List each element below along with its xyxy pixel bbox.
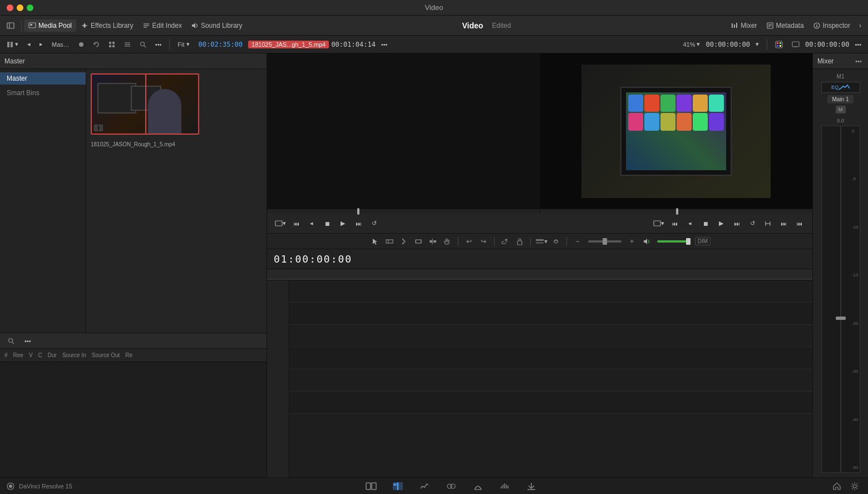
prog-viewer-btn[interactable]: ▾ xyxy=(652,217,665,230)
grid-view-btn[interactable] xyxy=(105,40,119,49)
prog-loop-btn[interactable]: ↺ xyxy=(746,217,759,230)
track-labels xyxy=(267,280,289,477)
scrubber-handle-right[interactable] xyxy=(676,208,678,215)
more-right[interactable]: ••• xyxy=(851,40,865,49)
metadata-button[interactable]: Metadata xyxy=(762,19,808,32)
loop-btn[interactable]: ↺ xyxy=(367,217,381,230)
fairlight-page-btn[interactable] xyxy=(498,480,511,493)
prog-play-btn[interactable]: ▶ xyxy=(714,217,728,230)
mixer-button[interactable]: Mixer xyxy=(726,19,761,32)
tool-separator2 xyxy=(494,237,495,246)
mixer-options-btn[interactable]: ••• xyxy=(854,56,864,66)
timecode-2: 00:01:04:14 xyxy=(331,41,375,48)
effects-library-button[interactable]: Effects Library xyxy=(76,19,137,32)
timecode3-options[interactable]: ▾ xyxy=(752,39,762,49)
trim-tool[interactable] xyxy=(383,235,396,248)
redo-btn[interactable]: ↪ xyxy=(477,235,490,248)
home-btn[interactable] xyxy=(830,480,844,493)
layout-toggle[interactable]: ▾ xyxy=(3,39,22,49)
deliver-page-btn[interactable] xyxy=(525,480,538,493)
monitor-btn[interactable] xyxy=(788,39,803,50)
volume-slider[interactable] xyxy=(657,240,691,243)
record-icon xyxy=(78,42,84,47)
in-out-btn[interactable] xyxy=(761,217,775,230)
minimize-button[interactable] xyxy=(17,4,23,11)
zoom-select[interactable]: 41% ▾ xyxy=(679,39,703,49)
lock-btn[interactable] xyxy=(514,235,526,248)
select-tool[interactable] xyxy=(369,235,381,248)
zoom-handle[interactable] xyxy=(603,238,607,245)
edit-index-button[interactable]: Edit Index xyxy=(138,19,186,32)
scrubber-handle-left[interactable] xyxy=(357,208,359,215)
mixer-m-btn[interactable]: M xyxy=(836,106,846,113)
back-button[interactable]: ◂ xyxy=(24,39,34,49)
scrubber-left[interactable] xyxy=(267,209,540,214)
prog-go-end-btn[interactable]: ⏭ xyxy=(730,217,743,230)
minus-btn[interactable]: − xyxy=(571,235,584,248)
media-thumbnail[interactable] xyxy=(91,73,199,135)
prog-go-start-btn[interactable]: ⏮ xyxy=(668,217,681,230)
scrubber-right[interactable] xyxy=(540,209,813,214)
color-page-btn[interactable] xyxy=(471,480,485,493)
color-btn[interactable] xyxy=(772,39,786,50)
svg-rect-66 xyxy=(372,483,376,490)
bin-select[interactable]: Mas… xyxy=(48,40,73,49)
media-page-btn[interactable] xyxy=(364,480,378,493)
tree-item-master[interactable]: Master xyxy=(0,72,86,85)
volume-handle[interactable] xyxy=(686,238,691,245)
track-sel[interactable]: ▾ xyxy=(535,235,548,248)
edit-search[interactable] xyxy=(4,337,18,345)
prev-edit-btn[interactable]: ⏮ xyxy=(792,217,806,230)
edit-options[interactable]: ••• xyxy=(21,337,34,345)
fader-handle[interactable] xyxy=(836,317,846,320)
step-back-btn[interactable]: ◂ xyxy=(305,217,318,230)
stop-btn[interactable]: ⏹ xyxy=(320,217,334,230)
sync-btn[interactable] xyxy=(90,40,103,49)
cut-page-btn[interactable] xyxy=(391,480,405,493)
forward-button[interactable]: ▸ xyxy=(36,39,46,49)
hand-tool[interactable] xyxy=(441,235,453,248)
zoom-slider[interactable] xyxy=(588,240,622,243)
media-pool-button[interactable]: Media Pool xyxy=(24,19,76,32)
maximize-button[interactable] xyxy=(27,4,33,11)
settings-btn[interactable] xyxy=(848,480,861,493)
prog-stop-btn[interactable]: ⏹ xyxy=(699,217,712,230)
search-btn[interactable] xyxy=(136,40,150,49)
go-to-end-btn[interactable]: ⏭ xyxy=(352,217,365,230)
prog-step-back-btn[interactable]: ◂ xyxy=(683,217,697,230)
speaker-btn[interactable] xyxy=(640,235,653,248)
mixer-fader[interactable]: 0 -5 -10 -15 -20 -30 -40 -50 xyxy=(821,126,860,473)
slip-tool[interactable] xyxy=(412,235,425,248)
app-icon xyxy=(677,113,692,131)
dynamic-trim-tool[interactable] xyxy=(427,235,439,248)
edit-page-btn[interactable] xyxy=(418,480,431,493)
fit-select[interactable]: Fit ▾ xyxy=(174,39,193,49)
timeline-ruler[interactable] xyxy=(267,269,812,280)
ripple-btn[interactable] xyxy=(550,235,562,248)
sidebar-icon xyxy=(7,22,14,29)
viewer-type-btn[interactable]: ▾ xyxy=(274,217,287,230)
dim-button[interactable]: DIM xyxy=(695,237,711,245)
go-to-start-btn[interactable]: ⏮ xyxy=(289,217,303,230)
close-button[interactable] xyxy=(7,4,13,11)
play-btn[interactable]: ▶ xyxy=(336,217,349,230)
record-btn[interactable] xyxy=(75,41,87,48)
plus-btn[interactable]: + xyxy=(626,235,638,248)
link-btn[interactable] xyxy=(499,235,511,248)
razor-tool[interactable] xyxy=(398,235,410,248)
timecode-options[interactable]: ••• xyxy=(378,40,391,49)
sound-library-button[interactable]: Sound Library xyxy=(186,19,247,32)
mixer-label: Mixer xyxy=(817,57,834,65)
fusion-page-btn[interactable] xyxy=(445,480,458,493)
list-view-btn[interactable] xyxy=(121,40,134,49)
more-button[interactable]: › xyxy=(855,19,866,32)
sidebar-toggle[interactable] xyxy=(2,19,19,32)
column-headers: # Ree V C Dur Source In Source Out Re xyxy=(0,349,267,362)
inspector-button[interactable]: Inspector xyxy=(808,19,855,32)
svg-rect-3 xyxy=(30,24,32,26)
mixer-eq-btn[interactable]: EQ xyxy=(821,82,860,93)
window-controls[interactable] xyxy=(7,4,33,11)
undo-btn[interactable]: ↩ xyxy=(463,235,475,248)
next-edit-btn[interactable]: ⏭ xyxy=(777,217,790,230)
more-options-btn[interactable]: ••• xyxy=(152,40,165,49)
